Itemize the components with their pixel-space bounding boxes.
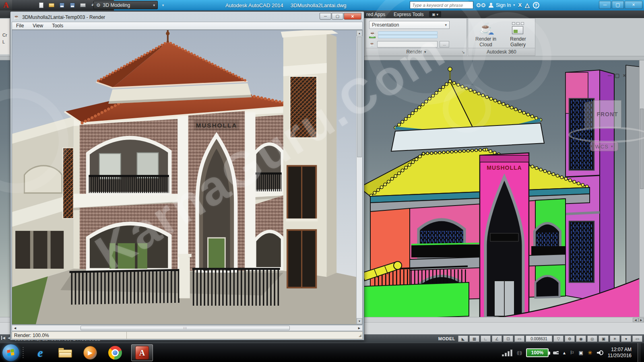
osnap-toggle[interactable]: ⊡ bbox=[503, 335, 513, 342]
render-preset-dropdown[interactable]: Presentation ▾ bbox=[369, 21, 450, 29]
snap-toggle[interactable]: ◣ bbox=[458, 335, 468, 342]
rh-left-arrow[interactable]: ◀ bbox=[12, 326, 18, 330]
start-button[interactable] bbox=[2, 344, 19, 361]
system-tray: ((·)) 100% ▴ ⚐ ▣ ✳ 12:07 AM 11/20/2016 bbox=[502, 343, 641, 362]
workspace-switching-button[interactable]: ⚙ bbox=[565, 335, 575, 342]
ortho-toggle[interactable]: ∟ bbox=[481, 335, 491, 342]
statusbar-toggles: MODEL ◣ ▦ ∟ ∠ ⊡ ▭ 0.008631 ▽ ⚙ ◉ ◎ ▣ ☀ ▾… bbox=[438, 335, 642, 342]
drawing-minimize-button[interactable]: ─ bbox=[608, 72, 611, 78]
wcs-dropdown[interactable]: WCS ▾ bbox=[590, 142, 618, 151]
performance-tuner-button[interactable]: ☀ bbox=[610, 335, 620, 342]
app-title: Autodesk AutoCAD 2014 bbox=[225, 2, 283, 8]
menu-tools[interactable]: Tools bbox=[48, 22, 67, 29]
rh-thumb[interactable]: ⁞⁞⁞ bbox=[80, 326, 290, 330]
tray-update-icon[interactable]: ✳ bbox=[588, 350, 592, 356]
statusbar-menu-button[interactable]: ▾ bbox=[621, 335, 631, 342]
drawing-vscroll-thumb[interactable] bbox=[640, 109, 644, 189]
help-icon[interactable]: ? bbox=[533, 2, 539, 8]
search-input[interactable] bbox=[410, 1, 473, 9]
rv-thumb[interactable] bbox=[357, 37, 362, 157]
exchange-apps-icon[interactable]: X bbox=[518, 2, 522, 8]
lock-ui-button[interactable]: ◉ bbox=[576, 335, 586, 342]
restore-button[interactable]: ▢ bbox=[612, 1, 624, 9]
minimize-button[interactable]: ─ bbox=[599, 1, 611, 9]
polar-toggle[interactable]: ∠ bbox=[492, 335, 502, 342]
layout-tab-nav[interactable]: ◀ ◀ bbox=[1, 336, 10, 340]
show-hidden-icons-button[interactable]: ▴ bbox=[563, 350, 566, 356]
render-close-button[interactable]: × bbox=[344, 13, 361, 20]
save-as-button[interactable] bbox=[68, 2, 76, 9]
menu-view[interactable]: View bbox=[29, 22, 47, 29]
drawing-restore-button[interactable]: ▢ bbox=[615, 72, 619, 78]
toolbar-options-dropdown[interactable]: ▾ bbox=[159, 1, 167, 9]
cleanscreen-button[interactable]: ▭ bbox=[632, 335, 642, 342]
render-horizontal-scrollbar[interactable]: ◀ ⁞⁞⁞ ▶ bbox=[12, 325, 363, 331]
isolate-objects-button[interactable]: ◎ bbox=[587, 335, 597, 342]
resize-grip-icon[interactable]: ◢ bbox=[359, 333, 362, 337]
save-button[interactable] bbox=[58, 2, 66, 9]
model-space-button[interactable]: MODEL bbox=[438, 336, 455, 341]
tab-featured-apps[interactable]: red Apps bbox=[363, 10, 388, 18]
battery-indicator[interactable]: 100% bbox=[526, 348, 549, 357]
new-file-button[interactable] bbox=[37, 2, 45, 9]
teapot-output-icon: ☕ bbox=[369, 42, 375, 47]
open-file-button[interactable] bbox=[47, 2, 56, 9]
workspace-dropdown[interactable]: ⚙ 3D Modeling ▾ bbox=[93, 1, 158, 9]
render-gallery-button[interactable]: Render Gallery bbox=[503, 20, 533, 48]
plot-button[interactable] bbox=[79, 2, 87, 9]
render-window-titlebar[interactable]: ☕ 3DMusholla2Lantai-Temp003 - Render bbox=[12, 12, 363, 22]
sign-in-label: Sign In bbox=[496, 2, 511, 8]
viewcube-front-face[interactable]: FRONT bbox=[593, 100, 621, 128]
rv-down-arrow[interactable]: ▼ bbox=[357, 318, 362, 324]
annotation-scale-value[interactable]: 0.008631 bbox=[526, 335, 552, 342]
render-minimize-button[interactable]: ─ bbox=[320, 13, 331, 20]
render-maximize-button[interactable]: ▢ bbox=[332, 13, 343, 20]
render-panel: Presentation ▾ ☕ ☕ ... Render ▾ ↘ bbox=[365, 18, 467, 56]
autodesk-360-icon[interactable]: △ bbox=[525, 2, 530, 9]
drawing-close-button[interactable]: × bbox=[623, 72, 626, 78]
show-desktop-button[interactable] bbox=[638, 343, 641, 362]
network-signal-icon[interactable] bbox=[502, 349, 512, 356]
browse-button[interactable]: ... bbox=[440, 41, 449, 47]
action-center-flag-icon[interactable]: ⚐ bbox=[570, 350, 574, 356]
viewcube-left-face[interactable]: L bbox=[584, 101, 593, 130]
tab-express-tools[interactable]: Express Tools bbox=[390, 10, 427, 18]
internet-explorer-button[interactable]: e bbox=[31, 344, 49, 361]
panel-launcher-icon[interactable]: ↘ bbox=[462, 50, 465, 54]
binoculars-search-icon[interactable] bbox=[477, 2, 485, 8]
render-vertical-scrollbar[interactable]: ▲ ▼ bbox=[356, 30, 362, 324]
ribbon-display-toggle[interactable]: ▣ ▾ bbox=[429, 11, 441, 17]
render-in-cloud-button[interactable]: ☕☁ Render in Cloud bbox=[471, 20, 501, 48]
tray-window-icon[interactable]: ▣ bbox=[579, 350, 583, 356]
annotation-monitor-toggle[interactable]: ▭ bbox=[514, 335, 524, 342]
menu-file[interactable]: File bbox=[12, 22, 28, 29]
hscroll-right-arrow[interactable]: ▶ bbox=[638, 318, 644, 322]
drawing-vertical-scrollbar[interactable] bbox=[639, 60, 644, 317]
wireless-icon[interactable]: ((·)) bbox=[517, 351, 522, 355]
hardware-accel-button[interactable]: ▣ bbox=[599, 335, 609, 342]
folder-icon bbox=[58, 348, 72, 358]
sign-in-button[interactable]: Sign In ▾ bbox=[489, 2, 515, 8]
autocad-screen: A ↶ ▾ ↷ ⚙ 3D Modeling ▾ ▾ Autodesk AutoC… bbox=[0, 0, 644, 362]
rv-up-arrow[interactable]: ▲ bbox=[357, 30, 362, 36]
render-window-statusbar: Render: 100.0% ◢ bbox=[12, 331, 363, 339]
clock[interactable]: 12:07 AM 11/20/2016 bbox=[608, 347, 633, 359]
render-panel-footer[interactable]: Render ▾ ↘ bbox=[366, 48, 466, 56]
autocad-taskbar-button-active[interactable]: A bbox=[131, 344, 153, 361]
first-tab-icon[interactable]: ◀ bbox=[1, 336, 5, 340]
render-quality-bars[interactable] bbox=[378, 31, 438, 39]
media-player-button[interactable]: ▶ bbox=[81, 344, 99, 361]
hscroll-left-arrow[interactable]: ◀ bbox=[633, 318, 638, 322]
grid-toggle[interactable]: ▦ bbox=[469, 335, 479, 342]
autocad-logo-icon: A bbox=[3, 1, 9, 10]
close-button[interactable]: × bbox=[625, 1, 642, 9]
render-window[interactable]: ☕ 3DMusholla2Lantai-Temp003 - Render ─ ▢… bbox=[10, 11, 364, 340]
viewcube[interactable]: L FRONT bbox=[584, 99, 623, 135]
autocad-app-menu-button[interactable]: A bbox=[0, 0, 12, 10]
render-output-field[interactable] bbox=[377, 41, 438, 47]
rh-right-arrow[interactable]: ▶ bbox=[356, 326, 362, 330]
chrome-button[interactable] bbox=[106, 344, 124, 361]
annotation-visibility-toggle[interactable]: ▽ bbox=[553, 335, 564, 342]
volume-icon[interactable] bbox=[597, 350, 603, 356]
file-explorer-button[interactable] bbox=[56, 344, 74, 361]
